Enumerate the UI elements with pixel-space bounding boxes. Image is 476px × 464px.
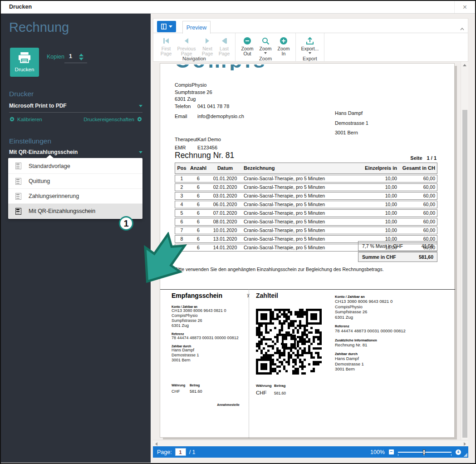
payment-part-title: Zahlteil (256, 292, 278, 299)
stepper-up-icon[interactable] (79, 54, 83, 56)
scroll-left-icon[interactable] (155, 442, 157, 446)
template-dropdown: Standardvorlage Quittung Zahlungserinner… (8, 158, 142, 219)
last-page-button[interactable]: LastPage (216, 35, 232, 56)
first-page-button[interactable]: FirstPage (158, 35, 174, 56)
toolbar-app-button[interactable] (157, 21, 176, 32)
table-row: 5607.01.2020Cranio-Sacral-Therapie, pro … (175, 209, 437, 217)
document-type-heading: Rechnung (9, 20, 69, 35)
chevron-down-icon (169, 25, 172, 28)
slip-perforation (249, 289, 249, 438)
copies-label: Kopien (47, 54, 64, 60)
badge-number: 1 (123, 218, 128, 229)
print-dialog-window: Drucken × Rechnung Drucken (0, 0, 476, 464)
payment-currency: WährungBetrag CHF581.60 (256, 384, 286, 395)
navigation-group-label: Navigation (153, 56, 235, 61)
zoom-slider-track[interactable] (398, 452, 451, 453)
next-page-button[interactable]: NextPage (199, 35, 216, 56)
table-row: 1601.01.2020Cranio-Sacral-Therapie, pro … (175, 175, 437, 183)
preview-toolbar: Preview (153, 18, 468, 62)
vertical-scroll-thumb[interactable] (462, 110, 467, 438)
table-row: 4606.01.2020Cranio-Sacral-Therapie, pro … (175, 201, 437, 208)
zoom-in-icon (280, 36, 288, 45)
emr-row: EMRE123456 (175, 145, 217, 150)
export-icon (306, 36, 314, 45)
zoom-out-button[interactable]: ZoomOut (238, 35, 256, 56)
export-group-label: Export (296, 56, 324, 61)
table-row: 2602.01.2020Cranio-Sacral-Therapie, pro … (175, 183, 437, 191)
dropdown-item-standardvorlage[interactable]: Standardvorlage (8, 158, 142, 173)
printer-properties-label: Druckereigenschaften (83, 117, 134, 122)
layout-icon (161, 24, 167, 30)
horizontal-scrollbar[interactable] (153, 440, 468, 446)
invoice-page-indicator: Seite1 / 1 (410, 155, 437, 161)
zoom-button[interactable]: Zoom (256, 35, 275, 54)
payment-details: Konto / Zahlbar an CH13 3080 8006 9643 0… (335, 295, 442, 372)
zoom-percentage: 100% (370, 449, 385, 455)
export-button[interactable]: Export... (299, 35, 321, 54)
previous-page-button[interactable]: PreviousPage (174, 35, 199, 56)
copies-stepper[interactable] (79, 54, 84, 62)
close-icon: × (463, 3, 467, 11)
dropdown-item-mit-qr-einzahlungsschein[interactable]: Mit QR-Einzahlungsschein (8, 203, 142, 218)
page-number-input[interactable] (175, 448, 186, 456)
recipient-address: Hans Dampf Demostrasse 1 3001 Bern (335, 109, 368, 138)
preview-canvas: Compis CompisPhysio Sumpfstrasse 26 6301… (153, 62, 468, 440)
annotation-step-badge: 1 (119, 216, 133, 231)
vertical-scrollbar[interactable] (461, 62, 468, 440)
stepper-down-icon[interactable] (79, 58, 83, 60)
export-group: Export... Export (296, 33, 324, 62)
print-button[interactable]: Drucken (10, 48, 39, 77)
calibrate-link[interactable]: Kalibrieren (9, 116, 42, 122)
printer-select[interactable]: Microsoft Print to PDF (9, 103, 142, 113)
chevron-down-icon (139, 151, 142, 153)
first-page-icon (162, 36, 170, 45)
payment-note: Bitte verwenden Sie den angehängten Einz… (175, 267, 384, 272)
page-label: Page: (157, 449, 172, 455)
preview-statusbar: Page: / 1 100% − + (153, 446, 468, 458)
company-logo: Compis (175, 64, 275, 70)
dropdown-notch (46, 155, 54, 158)
table-row: 7610.01.2020Cranio-Sacral-Therapie, pro … (175, 227, 437, 234)
print-sidebar: Rechnung Drucken Kopien 1 (1, 14, 151, 463)
copies-value[interactable]: 1 (69, 53, 72, 59)
template-select[interactable]: Mit QR-Einzahlungsschein (9, 149, 142, 159)
invoice-page: Compis CompisPhysio Sumpfstrasse 26 6301… (160, 63, 455, 438)
zoom-slider-minus-button[interactable]: − (389, 449, 394, 454)
ribbon-collapse-button[interactable] (460, 24, 464, 32)
swiss-qr-code (256, 309, 322, 375)
scroll-right-icon[interactable] (464, 442, 466, 446)
dropdown-item-label: Mit QR-Einzahlungsschein (29, 208, 95, 214)
zoom-group-label: Zoom (236, 56, 295, 61)
dropdown-item-quittung[interactable]: Quittung (8, 173, 142, 188)
dialog-title: Drucken (9, 4, 32, 10)
tab-preview[interactable]: Preview (182, 21, 211, 34)
close-button[interactable]: × (454, 1, 475, 13)
vat-row: 7,7 % Mwst in CHF41,58 (358, 241, 437, 251)
dropdown-item-label: Standardvorlage (29, 163, 70, 169)
receipt-title: Empfangsschein (172, 292, 246, 299)
navigation-group: FirstPage PreviousPage (153, 33, 236, 62)
zoom-slider-thumb[interactable] (423, 449, 425, 455)
table-row: 3603.01.2020Cranio-Sacral-Therapie, pro … (175, 192, 437, 200)
next-page-icon (204, 36, 211, 45)
settings-section-heading: Einstellungen (9, 137, 51, 145)
template-icon (15, 208, 21, 215)
tab-label: Preview (186, 25, 206, 31)
dropdown-item-label: Quittung (29, 178, 50, 184)
scroll-up-icon[interactable] (463, 64, 466, 66)
zoom-group: ZoomOut Zoom (236, 33, 296, 62)
printer-select-value: Microsoft Print to PDF (9, 103, 67, 109)
preview-area: Preview (151, 14, 475, 463)
sum-row: Summe in CHF581,60 (358, 252, 437, 262)
printer-properties-link[interactable]: Druckereigenschaften (83, 116, 142, 122)
zoom-in-button[interactable]: ZoomIn (275, 35, 293, 56)
zoom-out-icon (243, 36, 251, 45)
chevron-down-icon (264, 52, 267, 54)
last-page-icon (221, 36, 228, 45)
invoice-totals: 7,7 % Mwst in CHF41,58 Summe in CHF581,6… (358, 241, 437, 262)
receipt-section: Empfangsschein Konto / Zahlbar an CH13 3… (172, 292, 246, 363)
print-button-label: Drucken (15, 67, 34, 72)
acceptance-point-label: Annahmestelle (172, 403, 240, 406)
dropdown-item-zahlungserinnerung[interactable]: Zahlungserinnerung (8, 188, 142, 203)
zoom-slider-plus-button[interactable]: + (456, 449, 461, 455)
